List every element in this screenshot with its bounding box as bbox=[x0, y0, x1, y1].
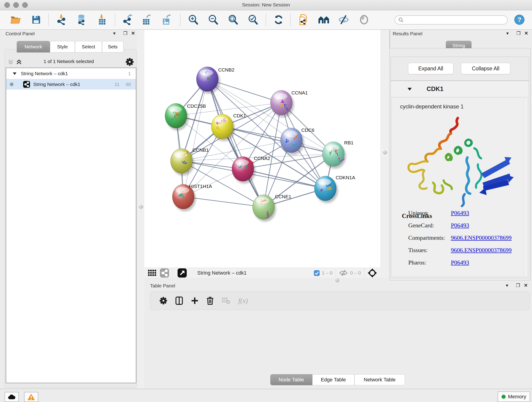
results-panel-menu-button[interactable]: ▾ bbox=[505, 30, 510, 36]
export-table-button[interactable] bbox=[140, 13, 153, 26]
footer-separator bbox=[336, 268, 336, 278]
splitter-handle[interactable] bbox=[138, 204, 144, 210]
memory-status-dot-icon bbox=[501, 395, 506, 399]
toolbar-separator bbox=[180, 13, 181, 26]
table-panel: Table Panel ▾ ❐ ✕ f(x) shared namenam bbox=[144, 282, 532, 389]
hidden-eye-icon[interactable] bbox=[339, 270, 348, 276]
collection-count: 1 bbox=[128, 71, 131, 76]
zoom-selected-button[interactable] bbox=[246, 13, 260, 26]
collection-expand-arrow-icon[interactable] bbox=[13, 72, 17, 75]
graph-node-CCNA2[interactable]: CCNA2 bbox=[232, 156, 270, 184]
warning-button[interactable] bbox=[24, 392, 38, 402]
crosslink-link[interactable]: P06493 bbox=[451, 222, 469, 229]
first-neighbors-button[interactable] bbox=[317, 13, 330, 26]
update-button[interactable] bbox=[272, 13, 285, 26]
zoom-fit-button[interactable] bbox=[226, 13, 240, 26]
tab-network[interactable]: Network bbox=[17, 41, 50, 52]
cloud-button[interactable] bbox=[5, 392, 19, 402]
graph-node-CCNE1[interactable]: CCNE1 bbox=[253, 194, 291, 222]
network-row[interactable]: String Network – cdk1 11 48 bbox=[6, 79, 136, 89]
memory-button[interactable]: Memory bbox=[498, 391, 530, 402]
crosslink-link[interactable]: P06493 bbox=[451, 210, 469, 216]
crosslink-link[interactable]: 9606.ENSP00000378699 bbox=[451, 247, 512, 254]
expand-all-networks-button[interactable] bbox=[16, 59, 22, 65]
results-panel-splitter[interactable] bbox=[380, 30, 389, 278]
network-options-gear-icon[interactable] bbox=[126, 58, 134, 66]
crosslink-link[interactable]: 9606.ENSP00000378699 bbox=[451, 235, 512, 241]
toolbar-separator bbox=[115, 13, 115, 26]
svg-text:?: ? bbox=[517, 16, 521, 23]
entry-header[interactable]: CDK1 bbox=[391, 81, 529, 97]
graph-node-CDK1[interactable]: CDK1 bbox=[211, 113, 246, 141]
save-session-button[interactable] bbox=[30, 13, 43, 26]
hide-selected-button[interactable] bbox=[337, 13, 350, 26]
graph-node-RB1[interactable]: RB1 bbox=[322, 140, 354, 169]
open-in-window-icon[interactable] bbox=[177, 268, 187, 278]
network-tree: String Network – cdk1 1 String Network –… bbox=[6, 68, 136, 383]
show-columns-icon[interactable] bbox=[176, 297, 183, 305]
results-panel-close-button[interactable]: ✕ bbox=[523, 30, 529, 36]
add-column-icon[interactable] bbox=[191, 297, 198, 304]
tab-style[interactable]: Style bbox=[50, 41, 75, 52]
search-input[interactable] bbox=[404, 17, 501, 23]
help-button[interactable]: ? bbox=[513, 13, 526, 26]
collapse-all-button[interactable]: Collapse All bbox=[461, 63, 510, 74]
export-image-button[interactable] bbox=[160, 13, 173, 26]
results-panel-float-button[interactable]: ❐ bbox=[515, 30, 521, 36]
protein-structure-image bbox=[399, 114, 518, 210]
control-panel-float-button[interactable]: ❐ bbox=[122, 30, 128, 36]
graph-node-CDKN1A[interactable]: CDKN1A bbox=[314, 175, 355, 203]
function-builder-icon: f(x) bbox=[238, 297, 248, 305]
tab-edge-table[interactable]: Edge Table bbox=[312, 374, 355, 385]
table-panel-splitter[interactable] bbox=[144, 278, 380, 282]
control-panel-splitter[interactable] bbox=[137, 30, 144, 389]
zoom-in-button[interactable] bbox=[186, 13, 200, 26]
table-panel-menu-button[interactable]: ▾ bbox=[504, 282, 510, 288]
import-table-button[interactable] bbox=[95, 13, 109, 26]
node-label: CCNB1 bbox=[192, 147, 209, 153]
splitter-handle[interactable] bbox=[382, 149, 388, 156]
network-collection-row[interactable]: String Network – cdk1 1 bbox=[6, 68, 136, 79]
import-network-file-button[interactable] bbox=[55, 13, 68, 26]
table-panel-float-button[interactable]: ❐ bbox=[515, 282, 521, 288]
crosslink-link[interactable]: P06493 bbox=[451, 259, 469, 266]
graph-node-CCNA1[interactable]: CCNA1 bbox=[270, 90, 308, 117]
table-tabs: Node Table Edge Table Network Table bbox=[270, 374, 405, 385]
birdseye-view-icon[interactable] bbox=[367, 268, 377, 278]
open-session-button[interactable] bbox=[9, 13, 22, 26]
graph-node-HIST1H1A[interactable]: HIST1H1A bbox=[172, 184, 212, 211]
clone-network-button[interactable] bbox=[297, 13, 310, 26]
tab-select[interactable]: Select bbox=[75, 41, 102, 52]
show-all-button[interactable] bbox=[357, 13, 371, 26]
selected-checkbox-icon[interactable] bbox=[314, 270, 320, 276]
collection-label: String Network – cdk1 bbox=[21, 71, 68, 76]
results-entry-panel: CDK1 cyclin-dependent kinase 1 bbox=[391, 81, 529, 278]
network-selection-status: 1 of 1 Network selected bbox=[27, 59, 110, 64]
memory-label: Memory bbox=[508, 394, 526, 400]
tab-sets[interactable]: Sets bbox=[102, 41, 123, 52]
graph-node-CDC6[interactable]: CDC6 bbox=[280, 128, 314, 155]
control-panel-menu-button[interactable]: ▾ bbox=[111, 30, 117, 36]
delete-column-icon[interactable] bbox=[207, 297, 214, 305]
import-network-database-button[interactable] bbox=[75, 13, 88, 26]
node-label: CDKN1A bbox=[336, 175, 355, 180]
expand-all-button[interactable]: Expand All bbox=[408, 63, 453, 74]
tab-node-table[interactable]: Node Table bbox=[270, 374, 312, 385]
graph-node-CCNB2[interactable]: CCNB2 bbox=[196, 67, 234, 94]
network-canvas[interactable]: CCNB2CCNA1CDC25BCDK1CDC6RB1CCNB1CCNA2CDK… bbox=[144, 30, 380, 268]
entry-collapse-arrow-icon[interactable] bbox=[407, 87, 412, 91]
network-graph[interactable]: CCNB2CCNA1CDC25BCDK1CDC6RB1CCNB1CCNA2CDK… bbox=[144, 30, 380, 268]
application-window: Session: New Session bbox=[0, 0, 532, 402]
annotation-grid-icon[interactable] bbox=[148, 270, 156, 276]
zoom-out-button[interactable] bbox=[206, 13, 220, 26]
collapse-all-networks-button[interactable] bbox=[8, 59, 14, 65]
entry-name: CDK1 bbox=[427, 85, 443, 93]
table-settings-gear-icon[interactable] bbox=[159, 297, 167, 305]
string-network-badge-icon[interactable] bbox=[160, 268, 169, 278]
control-panel-close-button[interactable]: ✕ bbox=[130, 30, 136, 36]
tab-network-table[interactable]: Network Table bbox=[355, 374, 405, 385]
export-network-button[interactable] bbox=[121, 13, 134, 26]
splitter-handle[interactable] bbox=[335, 278, 339, 282]
table-panel-close-button[interactable]: ✕ bbox=[523, 282, 529, 288]
results-scrollbar[interactable] bbox=[524, 98, 526, 276]
